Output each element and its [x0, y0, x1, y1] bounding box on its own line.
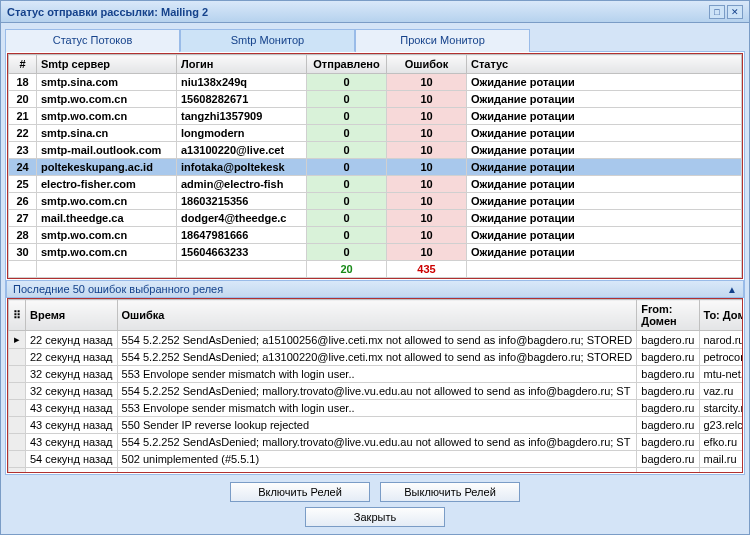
smtp-grid[interactable]: # Smtp сервер Логин Отправлено Ошибок Ст…: [8, 54, 742, 278]
table-row[interactable]: 20smtp.wo.com.cn15608282671010Ожидание р…: [9, 91, 742, 108]
disable-relay-button[interactable]: Выключить Релей: [380, 482, 520, 502]
close-icon[interactable]: ✕: [727, 5, 743, 19]
table-row[interactable]: 32 секунд назад553 Envolope sender misma…: [9, 366, 744, 383]
col-from[interactable]: From: Домен: [637, 300, 699, 331]
tab-smtp-monitor[interactable]: Smtp Монитор: [180, 29, 355, 52]
table-row[interactable]: 18smtp.sina.comniu138x249q010Ожидание ро…: [9, 74, 742, 91]
cell-sent: 0: [307, 108, 387, 125]
col-num[interactable]: #: [9, 55, 37, 74]
col-marker: ⠿: [9, 300, 26, 331]
enable-relay-button[interactable]: Включить Релей: [230, 482, 370, 502]
tab-threads-status[interactable]: Статус Потоков: [5, 29, 180, 52]
main-window: Статус отправки рассылки: Mailing 2 □ ✕ …: [0, 0, 750, 535]
table-row[interactable]: 22 секунд назад554 5.2.252 SendAsDenied;…: [9, 349, 744, 366]
col-server[interactable]: Smtp сервер: [37, 55, 177, 74]
cell-time: 32 секунд назад: [26, 366, 118, 383]
maximize-icon[interactable]: □: [709, 5, 725, 19]
titlebar-controls: □ ✕: [709, 5, 743, 19]
row-marker-icon: [9, 400, 26, 417]
table-row[interactable]: 26smtp.wo.com.cn18603215356010Ожидание р…: [9, 193, 742, 210]
cell-from: bagdero.ru: [637, 400, 699, 417]
table-row[interactable]: 54 секунд назад502 unimplemented (#5.5.1…: [9, 451, 744, 468]
table-row[interactable]: 54 секунд назад502 unimplemented (#5.5.1…: [9, 468, 744, 474]
row-marker-icon: [9, 451, 26, 468]
row-marker-icon: [9, 366, 26, 383]
cell-sent: 0: [307, 227, 387, 244]
cell-err: 10: [387, 108, 467, 125]
cell-from: bagdero.ru: [637, 349, 699, 366]
cell-login: 15604663233: [177, 244, 307, 261]
col-time[interactable]: Время: [26, 300, 118, 331]
cell-to: g23.relcom.ru: [699, 417, 743, 434]
cell-error: 502 unimplemented (#5.5.1): [117, 468, 637, 474]
cell-login: a13100220@live.cet: [177, 142, 307, 159]
cell-err: 10: [387, 142, 467, 159]
cell-time: 43 секунд назад: [26, 417, 118, 434]
cell-server: electro-fisher.com: [37, 176, 177, 193]
col-status[interactable]: Статус: [467, 55, 742, 74]
cell-err: 10: [387, 227, 467, 244]
table-row[interactable]: 43 секунд назад554 5.2.252 SendAsDenied;…: [9, 434, 744, 451]
cell-status: Ожидание ротации: [467, 244, 742, 261]
cell-from: bagdero.ru: [637, 331, 699, 349]
table-row[interactable]: 21smtp.wo.com.cntangzhi1357909010Ожидани…: [9, 108, 742, 125]
cell-error: 554 5.2.252 SendAsDenied; mallory.trovat…: [117, 434, 637, 451]
col-errors[interactable]: Ошибок: [387, 55, 467, 74]
cell-server: smtp.sina.cn: [37, 125, 177, 142]
window-title: Статус отправки рассылки: Mailing 2: [7, 6, 208, 18]
cell-time: 43 секунд назад: [26, 400, 118, 417]
cell-server: smtp-mail.outlook.com: [37, 142, 177, 159]
footer-sent: 20: [307, 261, 387, 278]
table-row[interactable]: ▸22 секунд назад554 5.2.252 SendAsDenied…: [9, 331, 744, 349]
table-row[interactable]: 43 секунд назад550 Sender IP reverse loo…: [9, 417, 744, 434]
cell-server: poltekeskupang.ac.id: [37, 159, 177, 176]
cell-error: 553 Envolope sender mismatch with login …: [117, 400, 637, 417]
cell-num: 25: [9, 176, 37, 193]
col-login[interactable]: Логин: [177, 55, 307, 74]
cell-login: 18603215356: [177, 193, 307, 210]
col-error[interactable]: Ошибка: [117, 300, 637, 331]
errors-header-row: ⠿ Время Ошибка From: Домен To: Домен: [9, 300, 744, 331]
cell-from: bagdero.ru: [637, 417, 699, 434]
cell-status: Ожидание ротации: [467, 210, 742, 227]
cell-to: starcity.ru: [699, 400, 743, 417]
collapse-arrow-icon[interactable]: ▲: [727, 284, 737, 295]
cell-from: bagdero.ru: [637, 451, 699, 468]
table-row[interactable]: 23smtp-mail.outlook.coma13100220@live.ce…: [9, 142, 742, 159]
buttons-row-2: Закрыть: [1, 505, 749, 534]
smtp-grid-wrap: # Smtp сервер Логин Отправлено Ошибок Ст…: [7, 53, 743, 279]
cell-status: Ожидание ротации: [467, 159, 742, 176]
cell-num: 28: [9, 227, 37, 244]
cell-server: smtp.wo.com.cn: [37, 227, 177, 244]
cell-login: 15608282671: [177, 91, 307, 108]
table-row[interactable]: 27mail.theedge.cadodger4@theedge.c010Ожи…: [9, 210, 742, 227]
row-marker-icon: [9, 434, 26, 451]
cell-sent: 0: [307, 193, 387, 210]
cell-login: admin@electro-fish: [177, 176, 307, 193]
cell-login: longmodern: [177, 125, 307, 142]
table-row[interactable]: 22smtp.sina.cnlongmodern010Ожидание рота…: [9, 125, 742, 142]
cell-sent: 0: [307, 91, 387, 108]
table-row[interactable]: 24poltekeskupang.ac.idinfotaka@poltekesk…: [9, 159, 742, 176]
col-to[interactable]: To: Домен: [699, 300, 743, 331]
cell-status: Ожидание ротации: [467, 176, 742, 193]
cell-error: 554 5.2.252 SendAsDenied; a15100256@live…: [117, 331, 637, 349]
cell-err: 10: [387, 125, 467, 142]
table-row[interactable]: 28smtp.wo.com.cn18647981666010Ожидание р…: [9, 227, 742, 244]
close-button[interactable]: Закрыть: [305, 507, 445, 527]
smtp-header-row: # Smtp сервер Логин Отправлено Ошибок Ст…: [9, 55, 742, 74]
tab-proxy-monitor[interactable]: Прокси Монитор: [355, 29, 530, 52]
errors-grid[interactable]: ⠿ Время Ошибка From: Домен To: Домен ▸22…: [8, 299, 743, 473]
table-row[interactable]: 25electro-fisher.comadmin@electro-fish01…: [9, 176, 742, 193]
table-row[interactable]: 30smtp.wo.com.cn15604663233010Ожидание р…: [9, 244, 742, 261]
col-sent[interactable]: Отправлено: [307, 55, 387, 74]
cell-sent: 0: [307, 142, 387, 159]
cell-server: smtp.wo.com.cn: [37, 91, 177, 108]
cell-to: mail.ru: [699, 451, 743, 468]
table-row[interactable]: 32 секунд назад554 5.2.252 SendAsDenied;…: [9, 383, 744, 400]
buttons-row-1: Включить Релей Выключить Релей: [1, 475, 749, 505]
row-marker-icon: [9, 468, 26, 474]
cell-err: 10: [387, 91, 467, 108]
table-row[interactable]: 43 секунд назад553 Envolope sender misma…: [9, 400, 744, 417]
errors-panel-header[interactable]: Последние 50 ошибок выбранного релея ▲: [6, 280, 744, 298]
